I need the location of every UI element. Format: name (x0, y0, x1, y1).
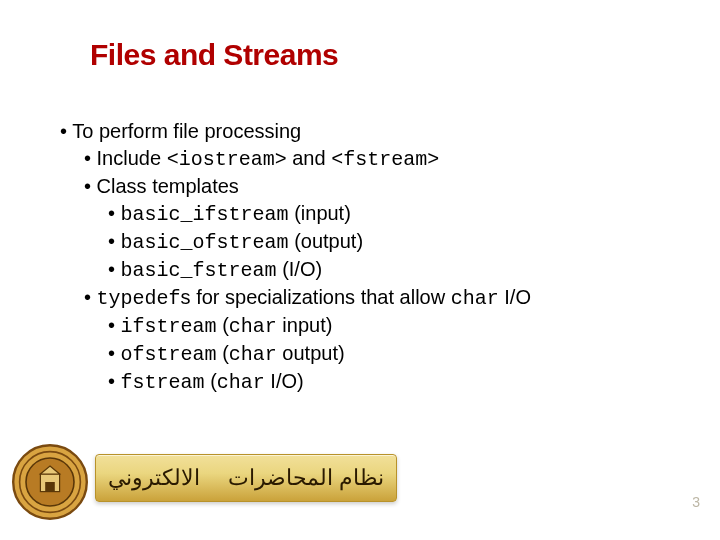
bullet-l2: Class templates (84, 173, 531, 200)
bullet-text: and (287, 147, 331, 169)
content-block: To perform file processing Include <iost… (60, 118, 531, 396)
code-span: basic_fstream (121, 259, 277, 282)
bullet-text: input) (277, 314, 333, 336)
code-span: <iostream> (167, 148, 287, 171)
code-span: ifstream (121, 315, 217, 338)
bullet-text: I/O) (265, 370, 304, 392)
bullet-text: ( (217, 342, 229, 364)
code-span: char (217, 371, 265, 394)
code-span: char (229, 315, 277, 338)
bullet-l3: ofstream (char output) (108, 340, 531, 368)
code-span: char (229, 343, 277, 366)
seal-icon (10, 442, 90, 522)
footer-bar: نظام المحاضرات الالكتروني (95, 454, 397, 502)
svg-rect-5 (45, 482, 55, 492)
footer-text-left: الالكتروني (108, 465, 200, 491)
bullet-l2: typedefs for specializations that allow … (84, 284, 531, 312)
bullet-text: ( (217, 314, 229, 336)
bullet-text: s for specializations that allow (181, 286, 451, 308)
bullet-text: (input) (289, 202, 351, 224)
footer-text-right: نظام المحاضرات (228, 465, 384, 491)
code-span: fstream (121, 371, 205, 394)
slide: Files and Streams To perform file proces… (0, 0, 720, 540)
bullet-text: Include (97, 147, 167, 169)
bullet-text: Class templates (97, 175, 239, 197)
bullet-text: (output) (289, 230, 363, 252)
code-span: basic_ifstream (121, 203, 289, 226)
bullet-text: I/O (499, 286, 531, 308)
slide-title: Files and Streams (90, 38, 338, 72)
bullet-text: ( (205, 370, 217, 392)
bullet-l3: ifstream (char input) (108, 312, 531, 340)
bullet-text: (I/O) (277, 258, 323, 280)
page-number: 3 (692, 494, 700, 510)
bullet-l3: basic_ofstream (output) (108, 228, 531, 256)
bullet-l3: basic_fstream (I/O) (108, 256, 531, 284)
code-span: typedef (97, 287, 181, 310)
bullet-l3: basic_ifstream (input) (108, 200, 531, 228)
bullet-l1: To perform file processing (60, 118, 531, 145)
bullet-l2: Include <iostream> and <fstream> (84, 145, 531, 173)
code-span: basic_ofstream (121, 231, 289, 254)
bullet-text: To perform file processing (72, 120, 301, 142)
code-span: <fstream> (331, 148, 439, 171)
bullet-l3: fstream (char I/O) (108, 368, 531, 396)
code-span: char (451, 287, 499, 310)
code-span: ofstream (121, 343, 217, 366)
bullet-text: output) (277, 342, 345, 364)
